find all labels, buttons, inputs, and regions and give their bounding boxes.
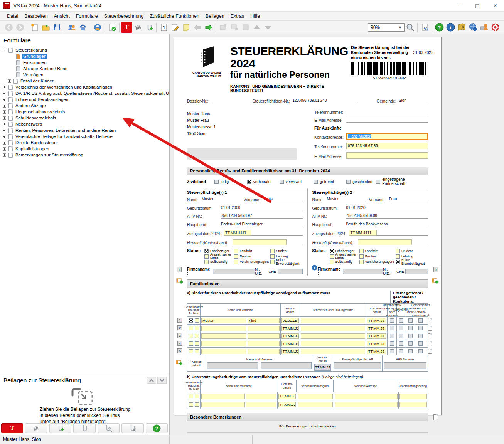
tree-item-kapitalleistungen[interactable]: Kapitalleistungen [0,146,169,152]
support-verwandt-input[interactable] [298,402,333,407]
p2-status-versicherungsagent[interactable]: Versicherungsagent [359,259,394,264]
save-icon[interactable] [51,22,62,33]
haushalt-ja-checkbox[interactable] [189,334,193,338]
haushalt-ja-checkbox[interactable] [189,402,193,407]
unterhalt-checkbox[interactable] [390,349,394,353]
table-add-row-icon[interactable] [217,22,229,33]
support-geb-input[interactable]: TT.MM.JJ [278,394,296,399]
p2-ahv-value[interactable]: 756.2345.6789.08 [346,214,428,219]
p2-hauptberuf-value[interactable]: Berufe des Bankwesens [346,222,428,227]
menu-datei[interactable]: Datei [4,12,21,20]
expand-icon[interactable] [3,116,6,120]
kid-lehrbetrieb-input[interactable] [301,326,365,331]
support-wohnort-input[interactable] [335,394,398,399]
edit-page-icon[interactable] [169,22,180,33]
p1-status-keine-erwerbstaetigkeit[interactable]: Keine Erwerbstätigkeit [270,259,303,264]
detail-page-icon[interactable] [428,333,432,338]
kid-name-input[interactable] [201,349,246,354]
obhut-checkbox[interactable] [408,334,413,338]
lifebuoy-icon[interactable] [490,22,501,33]
zoom-level-select[interactable]: 90% ▼ [368,23,405,32]
p2-status-rentner[interactable]: Rentner [359,254,394,259]
close-button[interactable]: ✕ [486,0,504,11]
haushalt-nein-checkbox[interactable] [195,334,199,338]
expand-icon[interactable] [3,123,6,126]
zivilstand-getrennt[interactable]: getrennt [314,180,346,184]
support-vorname-input[interactable] [246,394,276,399]
kid-lehrbetrieb-input[interactable] [301,333,365,339]
haushalt-ja-checkbox[interactable] [189,326,193,330]
tree-item-vermoegen[interactable]: Vermögen [0,72,169,78]
p2-geburtsdatum-value[interactable]: 01.01.2020 [346,205,428,210]
zivilstand-verheiratet[interactable]: verheiratet [247,180,280,184]
zivilstand-verwitwet[interactable]: verwitwet [280,180,314,184]
expand-icon[interactable] [3,153,6,157]
sorgerecht-checkbox[interactable] [399,334,403,338]
konkubinat-vorname-input[interactable] [261,362,312,369]
tree-item-einkommen[interactable]: Einkommen [0,59,169,66]
prev-form-icon[interactable] [192,22,203,33]
help-icon[interactable]: ? [434,22,445,33]
panel-collapse-icon[interactable] [157,377,167,384]
nav-back-icon[interactable] [3,22,14,33]
haushalt-nein-checkbox[interactable] [195,394,199,398]
document-check-icon[interactable] [106,22,118,33]
konkubinat-stnr-input[interactable] [334,362,381,369]
kid-vorname-input[interactable] [248,349,280,354]
unterhalt-checkbox[interactable] [390,326,394,330]
home-icon[interactable] [77,22,88,33]
attachments-help-button[interactable]: ? [146,423,168,433]
p2-herkunft-input[interactable] [358,239,412,245]
info-icon[interactable]: i [445,22,456,33]
add-table-icon[interactable] [176,278,183,285]
tree-item-liegenschaften[interactable]: Liegenschaftsverzeichnis [0,109,169,115]
row-up-icon[interactable] [251,22,262,33]
support-betrag-input[interactable] [399,394,427,399]
menu-beilagen[interactable]: Beilagen [202,12,228,20]
kid-vorname-input[interactable] [248,333,280,339]
tree-item-steuererklaerung[interactable]: Steuererklärung [0,47,169,53]
kid-name-input[interactable]: Muster [201,318,246,323]
support-betrag-input[interactable] [399,402,427,407]
expand-icon[interactable] [3,86,6,89]
kid-abschluss-input[interactable]: TT.MM.JJ [367,318,386,323]
attach-add-icon[interactable] [143,22,155,33]
expand-icon[interactable] [3,141,6,145]
menu-ansicht[interactable]: Ansicht [51,12,73,20]
unterhalt-checkbox[interactable] [390,341,394,346]
expand-icon[interactable] [8,79,11,83]
info-icon[interactable]: i [312,265,317,271]
expand-icon[interactable] [3,92,6,95]
haushalt-nein-checkbox[interactable] [195,349,199,353]
sorgerecht-checkbox[interactable] [399,318,403,323]
haushalt-ja-checkbox[interactable] [189,349,193,353]
obhut-checkbox[interactable] [408,349,413,353]
haushalt-nein-checkbox[interactable] [195,402,199,407]
p1-status-student[interactable]: Student [270,248,303,254]
support-wohnort-input[interactable] [335,402,398,407]
collapse-icon[interactable] [3,49,6,52]
expand-icon[interactable] [3,135,6,138]
unterhalt-checkbox[interactable] [390,334,394,338]
zivilstand-geschieden[interactable]: geschieden [346,180,376,184]
p2-firmenname-input[interactable] [343,269,383,274]
kid-name-input[interactable] [201,333,246,339]
panel-expand-icon[interactable] [147,377,156,384]
vstax-transfer-icon[interactable]: T [121,22,132,33]
tree-item-bemerkungen[interactable]: Bemerkungen zur Steuererklärung [0,152,169,158]
p2-status-keine-erwerbstaetigkeit[interactable]: Keine Erwerbstätigkeit [396,259,428,264]
tax-book-icon[interactable]: $ [456,22,467,33]
add-table-icon[interactable] [176,360,183,367]
tree-item-wertschriften[interactable]: Verzeichnis der Wertschriften und Kapita… [0,84,169,90]
konkubinat-ahv-input[interactable] [384,362,426,369]
expand-icon[interactable] [3,129,6,132]
support-name-input[interactable] [201,402,245,407]
page-one-icon[interactable]: 1 [158,22,169,33]
kid-geb-input[interactable]: 01.01.15 [281,318,299,323]
haushalt-nein-checkbox[interactable] [195,326,199,330]
kid-name-input[interactable] [201,341,246,346]
p1-herkunft-input[interactable] [233,239,287,245]
tree-item-landwirtschaft[interactable]: Vereinfachte Beilage für Landwirtschafts… [0,133,169,140]
p2-status-student[interactable]: Student [396,248,428,254]
open-folder-icon[interactable] [40,22,51,33]
